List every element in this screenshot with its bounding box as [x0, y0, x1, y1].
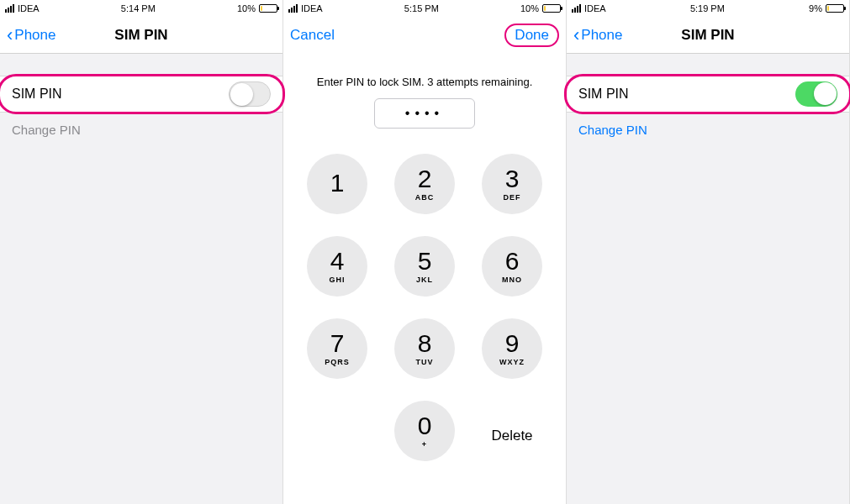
- key-4[interactable]: 4GHI: [307, 236, 367, 297]
- carrier-label: IDEA: [301, 3, 323, 13]
- battery-icon: [542, 4, 561, 13]
- cancel-label: Cancel: [290, 27, 335, 44]
- delete-button[interactable]: Delete: [482, 428, 542, 444]
- key-blank: [307, 401, 367, 461]
- change-pin-label: Change PIN: [12, 123, 81, 137]
- nav-bar: ‹ Phone SIM PIN: [567, 17, 849, 54]
- chevron-left-icon: ‹: [7, 26, 13, 45]
- key-7[interactable]: 7PQRS: [307, 318, 367, 379]
- battery-percent: 10%: [520, 3, 539, 13]
- key-9[interactable]: 9WXYZ: [482, 318, 542, 379]
- change-pin-label: Change PIN: [578, 123, 647, 137]
- carrier-label: IDEA: [18, 3, 40, 13]
- status-bar: IDEA 5:19 PM 9%: [567, 0, 849, 17]
- key-5[interactable]: 5JKL: [394, 236, 455, 297]
- status-bar: IDEA 5:15 PM 10%: [283, 0, 566, 17]
- key-0[interactable]: 0+: [394, 401, 455, 461]
- battery-percent: 10%: [237, 3, 256, 13]
- screen-sim-pin-on: IDEA 5:19 PM 9% ‹ Phone SIM PIN SIM PIN …: [567, 0, 850, 504]
- sim-pin-row[interactable]: SIM PIN: [567, 76, 849, 113]
- signal-icon: [288, 4, 298, 13]
- carrier-label: IDEA: [584, 3, 606, 13]
- pin-field[interactable]: ••••: [374, 98, 475, 129]
- sim-pin-row[interactable]: SIM PIN: [0, 76, 282, 113]
- clock: 5:19 PM: [690, 3, 725, 13]
- clock: 5:15 PM: [404, 3, 439, 13]
- screen-sim-pin-off: IDEA 5:14 PM 10% ‹ Phone SIM PIN SIM PIN…: [0, 0, 283, 504]
- back-label: Phone: [581, 27, 622, 44]
- back-button[interactable]: ‹ Phone: [7, 26, 56, 45]
- sim-pin-label: SIM PIN: [578, 87, 629, 102]
- chevron-left-icon: ‹: [573, 26, 579, 45]
- change-pin-row[interactable]: Change PIN: [567, 113, 849, 146]
- signal-icon: [5, 4, 14, 13]
- pin-prompt: Enter PIN to lock SIM. 3 attempts remain…: [283, 76, 566, 88]
- battery-percent: 9%: [809, 3, 822, 13]
- back-label: Phone: [14, 27, 55, 44]
- cancel-button[interactable]: Cancel: [290, 27, 335, 44]
- change-pin-row: Change PIN: [0, 113, 282, 146]
- key-2[interactable]: 2ABC: [394, 154, 455, 214]
- nav-bar: Cancel Done: [283, 17, 566, 54]
- clock: 5:14 PM: [121, 3, 156, 13]
- sim-pin-toggle[interactable]: [795, 81, 837, 107]
- key-1[interactable]: 1: [307, 154, 367, 214]
- key-3[interactable]: 3DEF: [482, 154, 542, 214]
- signal-icon: [572, 4, 581, 13]
- numeric-keypad: 1 2ABC 3DEF 4GHI 5JKL 6MNO 7PQRS 8TUV 9W…: [283, 154, 566, 471]
- nav-bar: ‹ Phone SIM PIN: [0, 17, 282, 54]
- key-8[interactable]: 8TUV: [394, 318, 455, 379]
- screen-pin-entry: IDEA 5:15 PM 10% Cancel Done Enter PIN t…: [283, 0, 567, 504]
- battery-icon: [826, 4, 844, 13]
- done-button[interactable]: Done: [504, 24, 559, 47]
- done-label: Done: [515, 27, 549, 44]
- battery-icon: [259, 4, 277, 13]
- sim-pin-label: SIM PIN: [12, 87, 62, 102]
- back-button[interactable]: ‹ Phone: [573, 26, 623, 45]
- status-bar: IDEA 5:14 PM 10%: [0, 0, 282, 17]
- sim-pin-toggle[interactable]: [229, 81, 271, 107]
- key-6[interactable]: 6MNO: [482, 236, 542, 297]
